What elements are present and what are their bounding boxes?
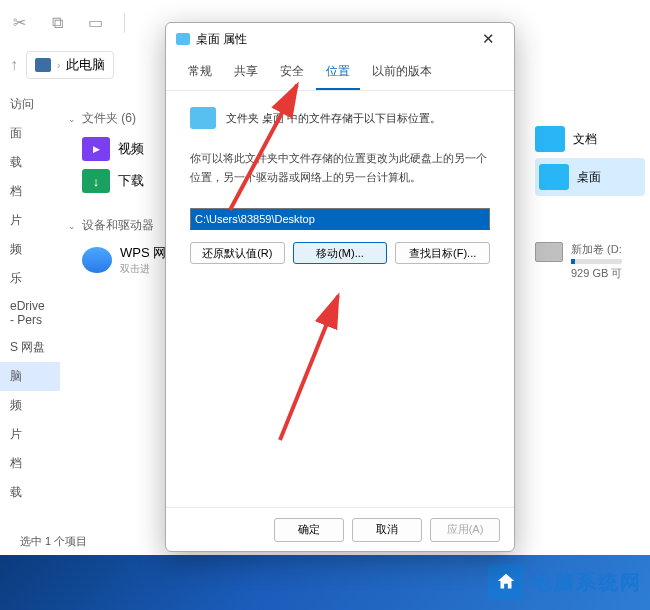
- folder-icon: [190, 107, 216, 129]
- scissors-icon[interactable]: ✂: [10, 14, 28, 32]
- address-text: 此电脑: [66, 56, 105, 74]
- cancel-button[interactable]: 取消: [352, 518, 422, 542]
- tab-location[interactable]: 位置: [316, 55, 360, 90]
- sidebar-item[interactable]: 频: [0, 235, 60, 264]
- drive-free: 929 GB 可: [571, 266, 622, 281]
- dialog-title: 桌面 属性: [196, 31, 247, 48]
- folder-label: 桌面: [577, 169, 601, 186]
- dialog-footer: 确定 取消 应用(A): [166, 507, 514, 551]
- sidebar-item[interactable]: S 网盘: [0, 333, 60, 362]
- nav-sidebar[interactable]: 访问 面 载 档 片 频 乐 eDrive - Pers S 网盘 脑 频 片 …: [0, 90, 60, 510]
- folder-label: 视频: [118, 140, 144, 158]
- ok-button[interactable]: 确定: [274, 518, 344, 542]
- sidebar-item[interactable]: 访问: [0, 90, 60, 119]
- apply-button[interactable]: 应用(A): [430, 518, 500, 542]
- restore-default-button[interactable]: 还原默认值(R): [190, 242, 285, 264]
- watermark-logo-icon: [488, 564, 524, 600]
- divider: [124, 13, 125, 33]
- video-folder-icon: ▶: [82, 137, 110, 161]
- cloud-icon: [82, 247, 112, 273]
- sidebar-item[interactable]: 面: [0, 119, 60, 148]
- chevron-down-icon: ⌄: [68, 114, 76, 124]
- watermark: 电脑系统网: [488, 564, 642, 600]
- paste-icon[interactable]: ▭: [86, 14, 104, 32]
- sidebar-item[interactable]: 片: [0, 420, 60, 449]
- move-button[interactable]: 移动(M)...: [293, 242, 388, 264]
- dialog-body: 文件夹 桌面 中的文件存储于以下目标位置。 你可以将此文件夹中文件存储的位置更改…: [166, 91, 514, 507]
- dialog-titlebar[interactable]: 桌面 属性 ✕: [166, 23, 514, 55]
- path-input[interactable]: [190, 208, 490, 230]
- sidebar-item[interactable]: 档: [0, 449, 60, 478]
- status-text: 选中 1 个项目: [20, 535, 87, 547]
- address-bar[interactable]: › 此电脑: [26, 51, 114, 79]
- folder-documents[interactable]: 文档: [535, 120, 645, 158]
- sidebar-item[interactable]: 乐: [0, 264, 60, 293]
- folder-label: 下载: [118, 172, 144, 190]
- drive-icon: [535, 242, 563, 262]
- sidebar-item[interactable]: 频: [0, 391, 60, 420]
- tab-general[interactable]: 常规: [178, 55, 222, 90]
- folder-icon: [535, 126, 565, 152]
- tab-sharing[interactable]: 共享: [224, 55, 268, 90]
- device-sublabel: 双击进: [120, 262, 166, 276]
- folder-desktop-selected[interactable]: 桌面: [535, 158, 645, 196]
- device-label: WPS 网: [120, 244, 166, 262]
- close-button[interactable]: ✕: [472, 30, 504, 48]
- sidebar-item[interactable]: 片: [0, 206, 60, 235]
- tab-bar: 常规 共享 安全 位置 以前的版本: [166, 55, 514, 91]
- tab-previous[interactable]: 以前的版本: [362, 55, 442, 90]
- drive-d[interactable]: 新加卷 (D: 929 GB 可: [535, 236, 645, 287]
- pc-icon: [35, 58, 51, 72]
- chevron-right-icon: ›: [57, 60, 60, 71]
- right-column: 文档 桌面 新加卷 (D: 929 GB 可: [535, 120, 645, 287]
- section-label: 文件夹 (6): [82, 110, 136, 127]
- body-desc1: 文件夹 桌面 中的文件存储于以下目标位置。: [226, 111, 441, 126]
- chevron-down-icon: ⌄: [68, 221, 76, 231]
- up-icon[interactable]: ↑: [10, 56, 18, 74]
- properties-dialog: 桌面 属性 ✕ 常规 共享 安全 位置 以前的版本 文件夹 桌面 中的文件存储于…: [165, 22, 515, 552]
- copy-icon[interactable]: ⧉: [48, 14, 66, 32]
- sidebar-item-selected[interactable]: 脑: [0, 362, 60, 391]
- find-target-button[interactable]: 查找目标(F)...: [395, 242, 490, 264]
- section-label: 设备和驱动器: [82, 217, 154, 234]
- sidebar-item[interactable]: 档: [0, 177, 60, 206]
- body-desc2: 你可以将此文件夹中文件存储的位置更改为此硬盘上的另一个位置，另一个驱动器或网络上…: [190, 149, 490, 186]
- folder-icon: [176, 33, 190, 45]
- folder-label: 文档: [573, 131, 597, 148]
- sidebar-item[interactable]: 载: [0, 478, 60, 507]
- drive-label: 新加卷 (D:: [571, 242, 622, 257]
- sidebar-item[interactable]: 载: [0, 148, 60, 177]
- tab-security[interactable]: 安全: [270, 55, 314, 90]
- watermark-text: 电脑系统网: [532, 569, 642, 596]
- sidebar-item[interactable]: eDrive - Pers: [0, 293, 60, 333]
- folder-icon: [539, 164, 569, 190]
- download-folder-icon: ↓: [82, 169, 110, 193]
